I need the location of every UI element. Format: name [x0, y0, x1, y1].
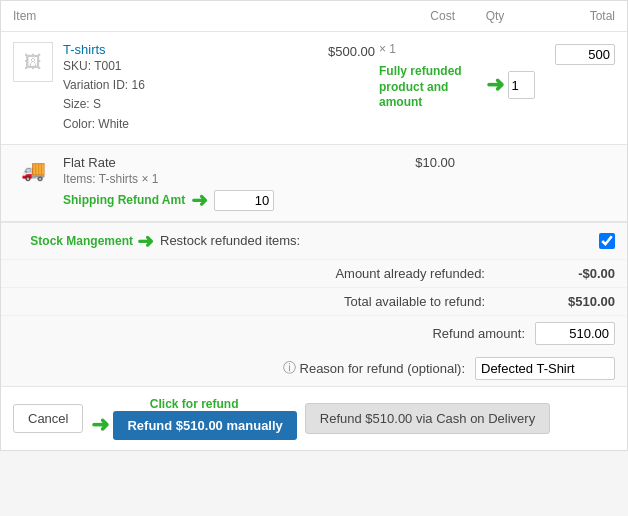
- qty-multiplier: × 1: [379, 42, 396, 56]
- refund-gateway-button[interactable]: Refund $510.00 via Cash on Delivery: [305, 403, 550, 434]
- table-header: Item Cost Qty Total: [1, 1, 627, 32]
- total-available-row: Total available to refund: $510.00: [1, 288, 627, 316]
- shipping-refund-input[interactable]: [214, 190, 274, 211]
- product-size: Size: S: [63, 95, 285, 114]
- product-info: T-shirts SKU: T001 Variation ID: 16 Size…: [63, 42, 285, 134]
- already-refunded-label: Amount already refunded:: [13, 266, 495, 281]
- stock-arrow-icon: ➜: [137, 231, 154, 251]
- refund-amount-label: Refund amount:: [13, 326, 535, 341]
- reason-row: ⓘ Reason for refund (optional):: [1, 351, 627, 386]
- shipping-title: Flat Rate: [63, 155, 365, 170]
- total-available-label: Total available to refund:: [13, 294, 495, 309]
- restock-checkbox[interactable]: [599, 233, 615, 249]
- refund-amount-row: Refund amount:: [1, 316, 627, 351]
- bottom-section: Stock Mangement ➜ Restock refunded items…: [1, 222, 627, 386]
- refund-qty-spinner[interactable]: ▲ ▼: [508, 71, 535, 99]
- click-annotation: Click for refund: [150, 397, 239, 411]
- action-row: Cancel Click for refund ➜ Refund $510.00…: [1, 386, 627, 450]
- refund-arrow-icon: ➜: [486, 74, 504, 96]
- header-item: Item: [13, 9, 365, 23]
- product-qty-area: × 1 Fully refunded product and amount ➜ …: [375, 42, 535, 111]
- shipping-arrow-icon: ➜: [191, 190, 208, 210]
- product-cost: $500.00: [285, 42, 375, 59]
- help-icon: ⓘ: [283, 359, 296, 377]
- restock-label: Restock refunded items:: [160, 233, 599, 248]
- shipping-refund-area: Shipping Refund Amt ➜: [63, 190, 365, 211]
- product-sku: SKU: T001: [63, 57, 285, 76]
- shipping-info: Flat Rate Items: T-shirts × 1 Shipping R…: [63, 155, 365, 211]
- stock-annotation: Stock Mangement: [13, 234, 133, 248]
- shipping-row: 🚚 Flat Rate Items: T-shirts × 1 Shipping…: [1, 145, 627, 222]
- product-name-link[interactable]: T-shirts: [63, 42, 106, 57]
- header-cost: Cost: [365, 9, 455, 23]
- refund-amount-input[interactable]: [535, 322, 615, 345]
- shipping-refund-label: Shipping Refund Amt: [63, 193, 185, 207]
- shipping-icon: 🚚: [13, 155, 53, 185]
- product-refund-total: [535, 42, 615, 65]
- reason-label: Reason for refund (optional):: [300, 361, 465, 376]
- product-color: Color: White: [63, 115, 285, 134]
- product-total-input[interactable]: [555, 44, 615, 65]
- cancel-button[interactable]: Cancel: [13, 404, 83, 433]
- reason-input[interactable]: [475, 357, 615, 380]
- image-icon: 🖼: [24, 52, 42, 73]
- header-total: Total: [535, 9, 615, 23]
- shipping-cost: $10.00: [365, 155, 455, 170]
- refund-annotation: Fully refunded product and amount: [379, 64, 482, 111]
- shipping-items: Items: T-shirts × 1: [63, 172, 365, 186]
- action-arrow-icon: ➜: [91, 414, 109, 436]
- product-row: 🖼 T-shirts SKU: T001 Variation ID: 16 Si…: [1, 32, 627, 145]
- total-available-value: $510.00: [495, 294, 615, 309]
- stock-management-row: Stock Mangement ➜ Restock refunded items…: [1, 223, 627, 260]
- product-thumbnail: 🖼: [13, 42, 53, 82]
- already-refunded-value: -$0.00: [495, 266, 615, 281]
- product-variation: Variation ID: 16: [63, 76, 285, 95]
- refund-manual-button[interactable]: Refund $510.00 manually: [113, 411, 296, 440]
- refund-qty-input[interactable]: [509, 76, 535, 95]
- header-qty: Qty: [455, 9, 535, 23]
- already-refunded-row: Amount already refunded: -$0.00: [1, 260, 627, 288]
- reason-label-area: ⓘ Reason for refund (optional):: [13, 359, 475, 377]
- refund-manual-group: Click for refund ➜ Refund $510.00 manual…: [91, 397, 296, 440]
